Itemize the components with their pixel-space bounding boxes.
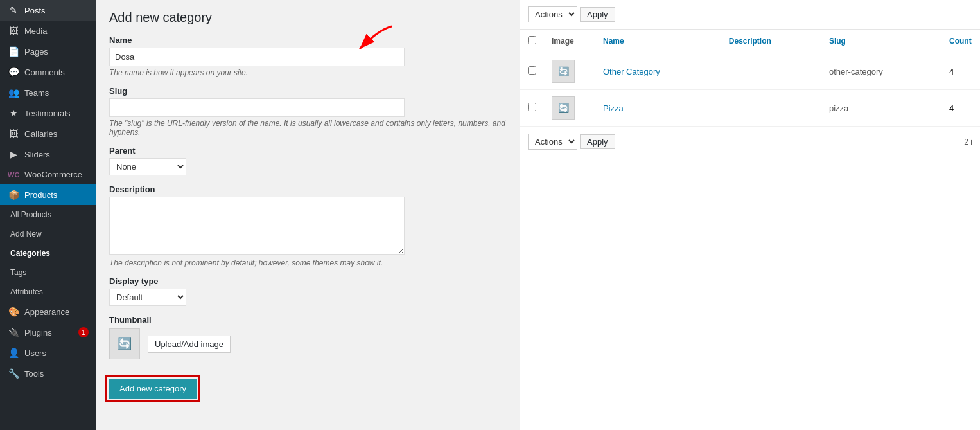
sidebar-item-label: Tools	[24, 369, 44, 379]
sidebar-item-sliders[interactable]: ▶ Sliders	[0, 144, 96, 165]
sidebar-item-label: Users	[24, 348, 46, 358]
red-arrow-annotation	[347, 23, 398, 55]
sidebar-item-label: Plugins	[24, 328, 52, 337]
row-image: 🔄	[544, 53, 595, 90]
slug-label: Slug	[109, 86, 507, 96]
sliders-icon: ▶	[8, 149, 19, 159]
row-cb	[520, 90, 544, 127]
sidebar-item-label: Sliders	[24, 150, 50, 159]
apply-button[interactable]: Apply	[580, 7, 615, 22]
sidebar-item-users[interactable]: 👤 Users	[0, 343, 96, 363]
table-top-bar: Actions Apply	[520, 0, 980, 30]
appearance-icon: 🎨	[8, 307, 19, 317]
sidebar-item-posts[interactable]: ✎ Posts	[0, 0, 96, 21]
description-section: Description The description is not promi…	[109, 184, 507, 267]
sidebar-item-products[interactable]: 📦 Products	[0, 184, 96, 205]
sidebar-item-label: WooCommerce	[24, 170, 82, 179]
col-cb	[520, 30, 544, 53]
sidebar-item-comments[interactable]: 💬 Comments	[0, 62, 96, 82]
row-count: 4	[941, 53, 980, 90]
add-category-button[interactable]: Add new category	[109, 379, 197, 399]
sidebar-subitem-label: Attributes	[10, 287, 43, 296]
category-name-link[interactable]: Other Category	[603, 67, 660, 76]
sidebar-item-label: Posts	[24, 6, 46, 15]
image-icon: 🔄	[118, 337, 132, 351]
sidebar-subitem-add-new[interactable]: Add New	[0, 224, 96, 244]
categories-table: Image Name Description Slug Count 🔄 Othe…	[520, 30, 980, 127]
parent-select[interactable]: None	[109, 158, 186, 175]
row-slug: pizza	[821, 90, 941, 127]
add-category-panel: Add new category Name The name is how it…	[96, 0, 520, 430]
col-slug: Slug	[821, 30, 941, 53]
sidebar-subitem-label: Add New	[10, 229, 42, 238]
category-image: 🔄	[552, 60, 575, 83]
category-name-link[interactable]: Pizza	[603, 103, 624, 113]
tools-icon: 🔧	[8, 368, 19, 379]
woocommerce-icon: WC	[8, 171, 19, 179]
thumbnail-area: 🔄 Upload/Add image	[109, 328, 507, 359]
bulk-actions-select[interactable]: Actions	[528, 6, 577, 22]
description-label: Description	[109, 184, 507, 194]
products-icon: 📦	[8, 190, 19, 200]
page-title: Add new category	[109, 10, 507, 25]
row-checkbox[interactable]	[528, 66, 536, 75]
count-display: 2 i	[964, 138, 972, 147]
testimonials-icon: ★	[8, 108, 19, 118]
row-name: Other Category	[595, 53, 721, 90]
slug-section: Slug The "slug" is the URL-friendly vers…	[109, 86, 507, 137]
thumbnail-section: Thumbnail 🔄 Upload/Add image	[109, 315, 507, 359]
sidebar-item-galleries[interactable]: 🖼 Gallaries	[0, 123, 96, 144]
bulk-actions-select-bottom[interactable]: Actions	[528, 134, 577, 150]
table-bottom-bar: Actions Apply 2 i	[520, 127, 980, 156]
sidebar-subitem-attributes[interactable]: Attributes	[0, 282, 96, 301]
category-image: 🔄	[552, 96, 575, 120]
sidebar-subitem-categories[interactable]: Categories	[0, 244, 96, 263]
sidebar-subitem-tags[interactable]: Tags	[0, 263, 96, 282]
row-cb	[520, 53, 544, 90]
sidebar-item-teams[interactable]: 👥 Teams	[0, 82, 96, 103]
col-count: Count	[941, 30, 980, 53]
table-row: 🔄 Pizza pizza 4	[520, 90, 980, 127]
row-description	[721, 90, 821, 127]
row-description	[721, 53, 821, 90]
upload-image-button[interactable]: Upload/Add image	[148, 336, 231, 353]
slug-input[interactable]	[109, 98, 405, 117]
row-checkbox[interactable]	[528, 103, 536, 111]
plugins-icon: 🔌	[8, 327, 19, 337]
plugins-badge: 1	[78, 327, 89, 337]
row-name: Pizza	[595, 90, 721, 127]
sidebar-item-label: Comments	[24, 67, 65, 77]
display-type-select[interactable]: Default	[109, 289, 186, 306]
thumbnail-placeholder: 🔄	[109, 328, 140, 359]
users-icon: 👤	[8, 348, 19, 358]
galleries-icon: 🖼	[8, 129, 19, 139]
teams-icon: 👥	[8, 87, 19, 98]
sidebar-subitem-all-products[interactable]: All Products	[0, 205, 96, 224]
description-textarea[interactable]	[109, 197, 405, 255]
sidebar-item-tools[interactable]: 🔧 Tools	[0, 363, 96, 384]
col-name: Name	[595, 30, 721, 53]
name-label: Name	[109, 35, 507, 45]
sidebar-item-plugins[interactable]: 🔌 Plugins 1	[0, 322, 96, 343]
parent-label: Parent	[109, 146, 507, 156]
sidebar-item-label: Gallaries	[24, 129, 57, 139]
comments-icon: 💬	[8, 67, 19, 77]
apply-button-bottom[interactable]: Apply	[580, 134, 615, 149]
select-all-checkbox[interactable]	[528, 36, 536, 44]
sidebar-item-media[interactable]: 🖼 Media	[0, 21, 96, 41]
sidebar-item-woocommerce[interactable]: WC WooCommerce	[0, 165, 96, 184]
slug-hint: The "slug" is the URL-friendly version o…	[109, 119, 507, 137]
col-description: Description	[721, 30, 821, 53]
row-image: 🔄	[544, 90, 595, 127]
table-row: 🔄 Other Category other-category 4	[520, 53, 980, 90]
sidebar-item-label: Products	[24, 190, 57, 200]
sidebar-item-appearance[interactable]: 🎨 Appearance	[0, 301, 96, 322]
sidebar-item-testimonials[interactable]: ★ Testimonials	[0, 103, 96, 123]
pages-icon: 📄	[8, 46, 19, 57]
thumbnail-label: Thumbnail	[109, 315, 507, 325]
sidebar-item-label: Testimonials	[24, 109, 71, 118]
sidebar-item-pages[interactable]: 📄 Pages	[0, 41, 96, 62]
category-table-panel: Actions Apply Image Name Description Slu…	[520, 0, 980, 430]
name-section: Name The name is how it appears on your …	[109, 35, 507, 77]
sidebar-item-label: Media	[24, 26, 47, 36]
